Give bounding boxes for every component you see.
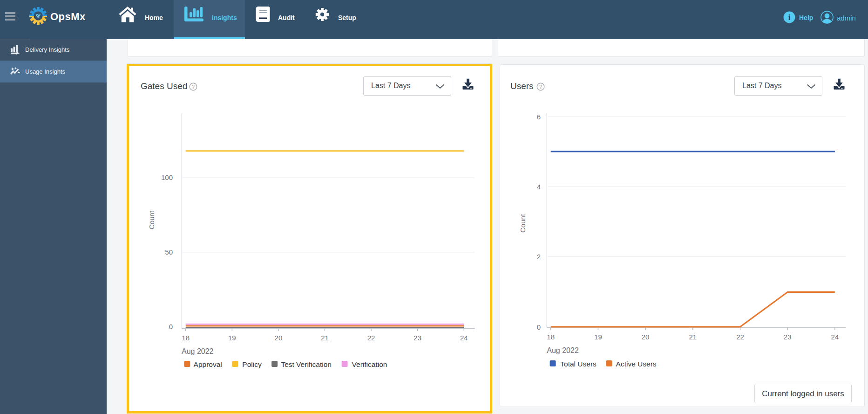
svg-text:Count: Count (148, 210, 156, 229)
svg-text:Count: Count (519, 214, 527, 233)
svg-text:23: 23 (784, 333, 792, 341)
svg-text:Test Verification: Test Verification (281, 360, 332, 368)
svg-text:Aug 2022: Aug 2022 (182, 347, 214, 355)
svg-text:21: 21 (321, 334, 329, 342)
svg-text:24: 24 (460, 334, 468, 342)
svg-text:19: 19 (228, 334, 236, 342)
svg-text:22: 22 (736, 333, 744, 341)
svg-text:2: 2 (537, 253, 541, 261)
svg-text:18: 18 (182, 334, 190, 342)
svg-text:20: 20 (642, 333, 650, 341)
svg-text:6: 6 (537, 113, 541, 121)
svg-text:Total Users: Total Users (560, 360, 597, 368)
svg-text:24: 24 (831, 333, 839, 341)
svg-text:Approval: Approval (194, 360, 222, 368)
svg-text:22: 22 (367, 334, 375, 342)
svg-text:20: 20 (275, 334, 283, 342)
svg-text:21: 21 (689, 333, 697, 341)
svg-text:0: 0 (537, 323, 541, 331)
svg-text:100: 100 (161, 173, 173, 181)
svg-text:0: 0 (169, 323, 173, 331)
svg-text:23: 23 (414, 334, 421, 342)
svg-text:4: 4 (537, 183, 541, 191)
svg-text:Aug 2022: Aug 2022 (547, 346, 579, 354)
svg-text:50: 50 (165, 248, 173, 256)
svg-text:19: 19 (594, 333, 602, 341)
svg-text:Policy: Policy (242, 360, 262, 368)
svg-text:i: i (788, 13, 791, 22)
svg-text:18: 18 (547, 333, 555, 341)
svg-text:Verification: Verification (352, 360, 387, 368)
svg-text:Active Users: Active Users (616, 360, 657, 368)
